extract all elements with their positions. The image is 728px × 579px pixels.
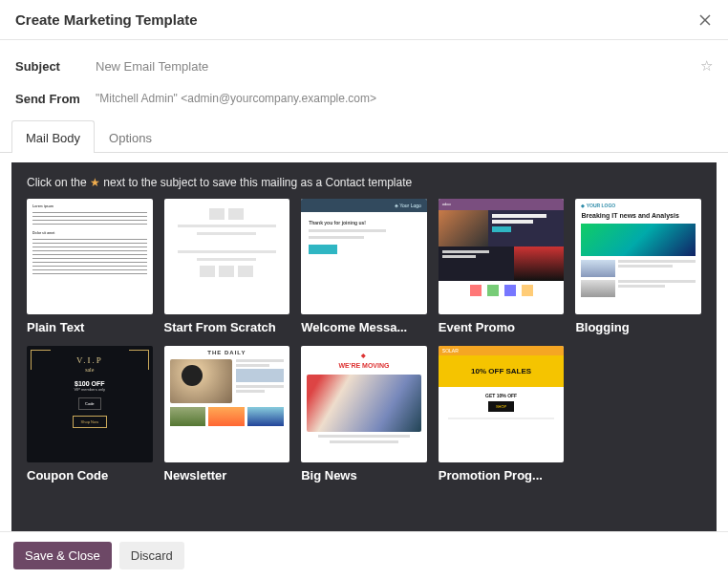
thumb-blog-logo: ◆ YOUR LOGO [581,203,696,208]
thumb-promo-sub: GET 10% OFF [439,393,565,398]
thumb-coupon-sub: VIP members only [34,387,145,392]
sendfrom-row: Send From "Mitchell Admin" <admin@yourco… [15,84,713,113]
thumb-scratch [164,199,290,314]
dialog-footer: Save & Close Discard [0,531,728,579]
thumb-blog-title: Breaking IT news and Analysis [581,212,696,220]
caption: Welcome Messa... [301,320,427,334]
caption: Blogging [575,320,701,334]
panel-hint: Click on the ★ next to the subject to sa… [27,176,701,189]
subject-input[interactable]: New Email Template [96,55,700,77]
thumb-bignews: ◆ WE'RE MOVING [301,346,427,461]
template-grid: Lorem ipsum Dolor sit amet Plain Text St… [27,199,701,482]
thumb-welcome: ◈ Your Logo Thank you for joining us! [301,199,427,314]
template-blogging[interactable]: ◆ YOUR LOGO Breaking IT news and Analysi… [575,199,701,334]
caption: Event Promo [439,320,565,334]
hint-post: next to the subject to save this mailing… [100,176,412,189]
template-welcome-message[interactable]: ◈ Your Logo Thank you for joining us! We… [301,199,427,334]
thumb-coupon-code: Code [78,397,101,410]
caption: Newsletter [164,468,290,482]
form-area: Subject New Email Template ☆ Send From "… [0,40,728,120]
tab-mail-body[interactable]: Mail Body [11,120,95,153]
template-panel: Click on the ★ next to the subject to sa… [11,162,717,533]
hint-pre: Click on the [27,176,90,189]
close-icon[interactable] [697,12,713,28]
template-promotion-program[interactable]: SOLAR 10% OFF SALES GET 10% OFF SHOP Pro… [439,346,565,482]
save-and-close-button[interactable]: Save & Close [13,542,112,569]
tab-bar: Mail Body Options [0,120,728,153]
caption: Plain Text [27,320,153,334]
thumb-blog: ◆ YOUR LOGO Breaking IT news and Analysi… [575,199,701,314]
thumb-news-daily: THE DAILY [170,350,285,355]
thumb-welcome-title: Thank you for joining us! [309,220,419,225]
caption: Coupon Code [27,468,153,482]
thumb-welcome-logo: ◈ Your Logo [301,199,427,212]
thumb-coupon-vip: V.I.P [34,355,145,365]
thumb-coupon-btn: Shop Now [73,416,107,428]
thumb-promo: SOLAR 10% OFF SALES GET 10% OFF SHOP [439,346,565,461]
thumb-coupon-off: $100 OFF [34,380,145,387]
subject-label: Subject [15,59,96,74]
caption: Promotion Prog... [439,468,565,482]
thumb-promo-brand: SOLAR [439,346,565,355]
subject-row: Subject New Email Template ☆ [15,52,713,80]
tab-options[interactable]: Options [95,120,166,153]
thumb-event: odoo [439,199,565,314]
thumb-bignews-h: WE'RE MOVING [307,362,421,369]
favorite-star-icon[interactable]: ☆ [700,57,713,75]
thumb-event-brand: odoo [439,199,565,210]
template-coupon-code[interactable]: V.I.P sale $100 OFF VIP members only Cod… [27,346,153,482]
template-event-promo[interactable]: odoo Event Promo [439,199,565,334]
thumb-promo-banner: 10% OFF SALES [439,355,565,387]
gold-star-icon: ★ [90,176,100,189]
template-plain-text[interactable]: Lorem ipsum Dolor sit amet Plain Text [27,199,153,334]
thumb-plain-text: Lorem ipsum Dolor sit amet [27,199,153,314]
dialog-title: Create Marketing Template [15,11,697,28]
thumb-coupon: V.I.P sale $100 OFF VIP members only Cod… [27,346,153,461]
caption: Big News [301,468,427,482]
discard-button[interactable]: Discard [119,542,184,569]
sendfrom-label: Send From [15,92,96,106]
thumb-news: THE DAILY [164,346,290,461]
template-big-news[interactable]: ◆ WE'RE MOVING Big News [301,346,427,482]
dialog-header: Create Marketing Template [0,0,728,40]
template-newsletter[interactable]: THE DAILY Newsletter [164,346,290,482]
template-start-from-scratch[interactable]: Start From Scratch [164,199,290,334]
caption: Start From Scratch [164,320,290,334]
sendfrom-input[interactable]: "Mitchell Admin" <admin@yourcompany.exam… [96,88,713,109]
